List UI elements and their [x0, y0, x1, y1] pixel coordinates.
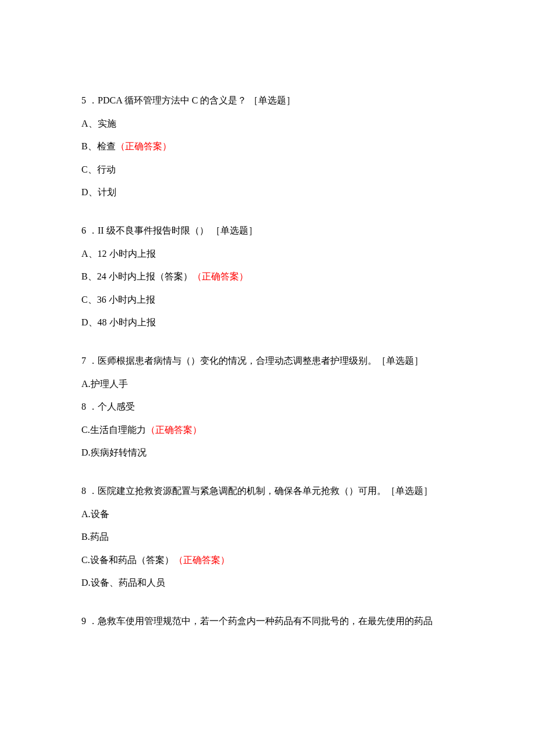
- option-text: 设备和药品: [90, 555, 137, 565]
- option-d: D、48 小时内上报: [81, 315, 454, 330]
- option-label: 8 ．: [81, 402, 98, 411]
- question-body: ．急救车使用管理规范中，若一个药盒内一种药品有不同批号的，在最先使用的药品: [88, 616, 433, 626]
- option-label: B.: [81, 532, 90, 542]
- option-label: C.: [81, 555, 90, 565]
- question-5: 5 ．PDCA 循环管理方法中 C 的含义是？ ［单选题］ A、实施 B、检查（…: [81, 93, 454, 200]
- option-label: A、: [81, 249, 98, 259]
- option-c: C.生活自理能力（正确答案）: [81, 422, 454, 438]
- question-body: ．PDCA 循环管理方法中 C 的含义是？ ［单选题］: [88, 95, 295, 105]
- option-note: （答案）: [155, 271, 192, 281]
- option-c: C.设备和药品（答案）（正确答案）: [81, 553, 454, 568]
- option-label: B、: [81, 271, 97, 281]
- option-d: D.疾病好转情况: [81, 445, 454, 460]
- option-a: A、12 小时内上报: [81, 246, 454, 261]
- option-text: 检查: [97, 141, 116, 151]
- option-label: A、: [81, 119, 98, 128]
- option-text: 设备、药品和人员: [91, 578, 165, 587]
- option-label: D.: [81, 578, 91, 587]
- option-text: 设备: [91, 509, 109, 519]
- option-label: A.: [81, 509, 91, 519]
- question-body: ．II 级不良事件报告时限（） ［单选题］: [88, 225, 258, 235]
- option-label: A.: [81, 379, 91, 389]
- option-a: A.护理人手: [81, 377, 454, 392]
- option-label: D.: [81, 447, 91, 457]
- option-text: 个人感受: [98, 402, 135, 411]
- question-7: 7 ．医师根据患者病情与（）变化的情况，合理动态调整患者护理级别。［单选题］ A…: [81, 353, 454, 460]
- option-c: C、36 小时内上报: [81, 292, 454, 307]
- option-text: 护理人手: [91, 379, 128, 389]
- option-text: 疾病好转情况: [91, 447, 147, 457]
- option-label: C、: [81, 164, 97, 174]
- option-text: 12 小时内上报: [98, 249, 156, 259]
- option-text: 计划: [98, 187, 116, 197]
- option-a: A.设备: [81, 507, 454, 522]
- option-label: D、: [81, 317, 98, 327]
- question-number: 7: [81, 356, 86, 366]
- option-b: B、检查（正确答案）: [81, 139, 454, 154]
- option-b: B、24 小时内上报（答案）（正确答案）: [81, 269, 454, 284]
- option-d: D.设备、药品和人员: [81, 575, 454, 590]
- option-label: B、: [81, 141, 97, 151]
- question-number: 6: [81, 225, 86, 235]
- question-text: 6 ．II 级不良事件报告时限（） ［单选题］: [81, 223, 454, 238]
- option-a: A、实施: [81, 116, 454, 131]
- question-number: 5: [81, 95, 86, 105]
- correct-answer-marker: （正确答案）: [116, 141, 172, 151]
- question-text: 8 ．医院建立抢救资源配置与紧急调配的机制，确保各单元抢救（）可用。［单选题］: [81, 483, 454, 499]
- option-text: 行动: [97, 164, 116, 174]
- option-text: 生活自理能力: [90, 425, 146, 435]
- option-text: 药品: [90, 532, 109, 542]
- correct-answer-marker: （正确答案）: [192, 271, 248, 281]
- correct-answer-marker: （正确答案）: [146, 425, 202, 435]
- option-text: 48 小时内上报: [98, 317, 156, 327]
- option-label: D、: [81, 187, 98, 197]
- question-6: 6 ．II 级不良事件报告时限（） ［单选题］ A、12 小时内上报 B、24 …: [81, 223, 454, 330]
- question-body: ．医院建立抢救资源配置与紧急调配的机制，确保各单元抢救（）可用。［单选题］: [88, 486, 433, 496]
- option-text: 24 小时内上报: [97, 271, 155, 281]
- option-b: 8 ．个人感受: [81, 399, 454, 414]
- option-d: D、计划: [81, 185, 454, 200]
- option-text: 实施: [98, 119, 116, 128]
- option-text: 36 小时内上报: [97, 295, 155, 304]
- option-b: B.药品: [81, 529, 454, 544]
- question-body: ．医师根据患者病情与（）变化的情况，合理动态调整患者护理级别。［单选题］: [88, 356, 423, 366]
- question-9: 9 ．急救车使用管理规范中，若一个药盒内一种药品有不同批号的，在最先使用的药品: [81, 614, 454, 629]
- correct-answer-marker: （正确答案）: [174, 555, 230, 565]
- question-8: 8 ．医院建立抢救资源配置与紧急调配的机制，确保各单元抢救（）可用。［单选题］ …: [81, 483, 454, 590]
- option-label: C.: [81, 425, 90, 435]
- option-label: C、: [81, 295, 97, 304]
- question-number: 8: [81, 486, 86, 496]
- question-text: 9 ．急救车使用管理规范中，若一个药盒内一种药品有不同批号的，在最先使用的药品: [81, 614, 454, 629]
- question-text: 5 ．PDCA 循环管理方法中 C 的含义是？ ［单选题］: [81, 93, 454, 108]
- document-content: 5 ．PDCA 循环管理方法中 C 的含义是？ ［单选题］ A、实施 B、检查（…: [81, 93, 454, 628]
- option-note: （答案）: [137, 555, 174, 565]
- question-number: 9: [81, 616, 86, 626]
- question-text: 7 ．医师根据患者病情与（）变化的情况，合理动态调整患者护理级别。［单选题］: [81, 353, 454, 368]
- option-c: C、行动: [81, 162, 454, 177]
